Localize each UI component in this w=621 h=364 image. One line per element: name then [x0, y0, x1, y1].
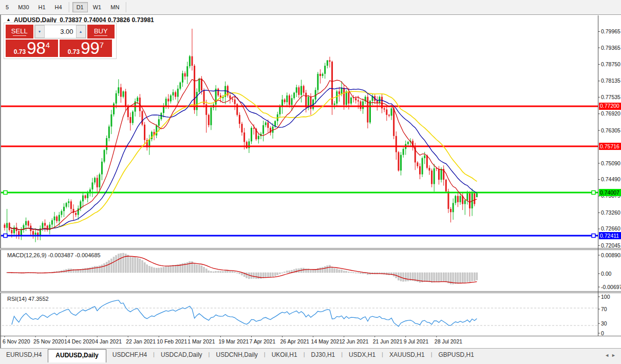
svg-text:100: 100 [601, 294, 610, 300]
chart-tab-usdcad[interactable]: USDCAD,Daily [155, 349, 209, 361]
svg-text:28 Jul 2021: 28 Jul 2021 [435, 338, 462, 344]
chart-tab-ukoil[interactable]: UKOil,H1 [266, 349, 304, 361]
svg-text:0.75716: 0.75716 [600, 143, 619, 149]
sell-price-prefix: 0.73 [14, 48, 26, 55]
timeframe-button-5[interactable]: 5 [2, 2, 13, 12]
buy-price-prefix: 0.73 [68, 48, 80, 55]
chart-frame: 0.799650.793650.787500.781350.775350.769… [0, 14, 621, 348]
svg-text:0.76920: 0.76920 [601, 110, 620, 117]
svg-text:0.78135: 0.78135 [601, 78, 620, 84]
svg-text:0.00: 0.00 [601, 271, 612, 277]
svg-text:0.72411: 0.72411 [600, 233, 619, 239]
timeframe-button-mn[interactable]: MN [106, 2, 123, 12]
sell-button-label: SELL [11, 27, 28, 35]
svg-text:14 May 2021: 14 May 2021 [311, 338, 343, 344]
svg-text:0.74490: 0.74490 [601, 176, 620, 182]
buy-price-pip: 7 [100, 42, 104, 48]
buy-price-big: 99 [81, 41, 100, 55]
rsi-indicator-label: RSI(14) 47.3552 [7, 296, 49, 302]
svg-text:7 Apr 2021: 7 Apr 2021 [249, 338, 275, 344]
svg-text:0.79365: 0.79365 [601, 45, 620, 51]
collapse-trade-panel-icon[interactable]: ▲ [6, 17, 11, 22]
chart-tab-xauusd[interactable]: XAUUSD,H1 [383, 349, 431, 361]
macd-indicator-label: MACD(12,26,9) -0.003487 -0.004685 [7, 252, 101, 258]
buy-button-label: BUY [94, 27, 108, 35]
timeframe-button-h4[interactable]: H4 [51, 2, 66, 12]
svg-text:-0.006977: -0.006977 [601, 284, 621, 290]
svg-text:14 Dec 2020: 14 Dec 2020 [64, 338, 95, 344]
svg-text:0.79965: 0.79965 [601, 28, 620, 34]
svg-text:0.73260: 0.73260 [601, 209, 620, 216]
chart-tab-gbpusd[interactable]: GBPUSD,H1 [432, 349, 480, 361]
svg-text:0.74007: 0.74007 [600, 189, 619, 196]
tab-scroll-left-icon[interactable]: ◄ [605, 353, 611, 358]
buy-button[interactable]: BUY [87, 25, 115, 39]
timeframe-button-w1[interactable]: W1 [89, 2, 106, 12]
chart-tab-usdchf[interactable]: USDCHF,H4 [106, 349, 153, 361]
chart-tab-bar: EURUSD,H4AUDUSD,DailyUSDCHF,H4|USDCAD,Da… [0, 348, 621, 364]
svg-text:0.75090: 0.75090 [601, 160, 620, 166]
svg-text:0.78750: 0.78750 [601, 61, 620, 67]
svg-text:10 Feb 2021: 10 Feb 2021 [157, 338, 187, 344]
sell-price-big: 98 [27, 41, 46, 55]
svg-text:19 Mar 2021: 19 Mar 2021 [218, 338, 249, 344]
svg-text:0.72045: 0.72045 [601, 242, 620, 248]
sell-underline [13, 35, 26, 36]
timeframe-toolbar: 5M30H1H4D1W1MN [0, 0, 621, 15]
svg-text:2 Jun 2021: 2 Jun 2021 [342, 338, 369, 344]
sell-button[interactable]: SELL [6, 25, 33, 39]
tab-scroll-right-icon[interactable]: ► [611, 353, 618, 358]
svg-text:26 Apr 2021: 26 Apr 2021 [280, 338, 310, 344]
svg-text:21 Jun 2021: 21 Jun 2021 [373, 338, 403, 344]
volume-increase-button[interactable]: ▲ [76, 25, 86, 38]
svg-text:0.76305: 0.76305 [601, 127, 620, 133]
chart-tab-audusd[interactable]: AUDUSD,Daily [48, 349, 106, 362]
volume-field[interactable]: 3.00 [45, 25, 76, 38]
one-click-trading-panel: SELL ▼ 3.00 ▲ BUY 0.73 98 4 0.73 99 [4, 23, 117, 59]
svg-text:22 Jan 2021: 22 Jan 2021 [126, 338, 156, 344]
svg-text:1 Mar 2021: 1 Mar 2021 [187, 338, 215, 344]
svg-text:0.72660: 0.72660 [601, 225, 620, 232]
timeframe-button-m30[interactable]: M30 [14, 2, 33, 12]
timeframe-button-d1[interactable]: D1 [72, 2, 88, 12]
svg-text:0.77200: 0.77200 [600, 103, 619, 109]
chart-tab-usdcnh[interactable]: USDCNH,Daily [210, 349, 264, 361]
volume-stepper: ▼ 3.00 ▲ [34, 25, 86, 39]
svg-text:30: 30 [601, 320, 607, 327]
svg-text:9 Jul 2021: 9 Jul 2021 [404, 338, 429, 344]
tab-scroll-arrows[interactable]: ◄► [605, 353, 618, 358]
sell-price-display[interactable]: 0.73 98 4 [6, 40, 58, 57]
svg-text:0: 0 [601, 330, 604, 336]
toolbar-divider [69, 2, 70, 12]
svg-text:4 Jan 2021: 4 Jan 2021 [95, 338, 122, 344]
mt4-window: 5M30H1H4D1W1MN 0.799650.793650.787500.78… [0, 0, 621, 364]
volume-decrease-button[interactable]: ▼ [35, 25, 45, 38]
chart-tab-dj30[interactable]: DJ30,H1 [305, 349, 342, 361]
chart-tab-eurusd[interactable]: EURUSD,H4 [0, 349, 48, 361]
toolbar-divider [126, 2, 127, 12]
svg-text:25 Nov 2020: 25 Nov 2020 [33, 338, 64, 344]
buy-price-display[interactable]: 0.73 99 7 [60, 40, 112, 57]
svg-text:0.008903: 0.008903 [601, 252, 621, 258]
timeframe-button-h1[interactable]: H1 [34, 2, 50, 12]
chart-canvas[interactable]: 0.799650.793650.787500.781350.775350.769… [0, 14, 621, 348]
svg-text:0.77535: 0.77535 [601, 94, 620, 100]
svg-text:70: 70 [601, 306, 607, 312]
svg-text:6 Nov 2020: 6 Nov 2020 [3, 338, 30, 344]
buy-underline [94, 35, 107, 36]
chart-tab-usdx[interactable]: USDX,H1 [343, 349, 382, 361]
sell-price-pip: 4 [46, 42, 50, 48]
